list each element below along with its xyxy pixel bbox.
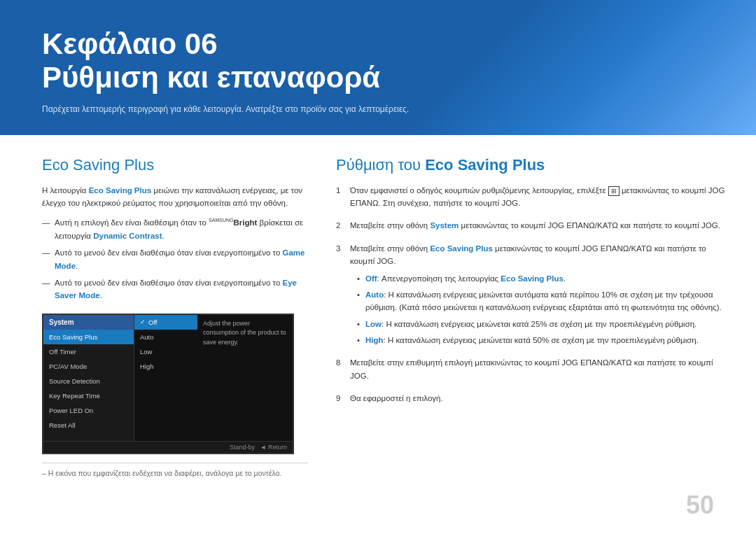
step-1: Όταν εμφανιστεί ο οδηγός κουμπιών ρυθμιζ… <box>336 184 728 210</box>
header-subtitle: Παρέχεται λεπτομερής περιγραφή για κάθε … <box>42 104 714 114</box>
standby-label: Stand-by <box>230 444 255 451</box>
monitor-bottom-bar: Stand-by ◄ Return <box>43 441 293 453</box>
bullet-1: Αυτή η επιλογή δεν είναι διαθέσιμη όταν … <box>42 216 308 242</box>
menu-right-description: Adjust the power consumption of the prod… <box>197 315 293 441</box>
menu-item-offtimer: Off Timer <box>43 344 134 359</box>
chapter-title-line2: Ρύθμιση και επαναφορά <box>42 60 714 95</box>
right-column: Ρύθμιση του Eco Saving Plus Όταν εμφανισ… <box>336 156 728 477</box>
sub-high: High: Η κατανάλωση ενέργειας μειώνεται κ… <box>357 334 728 346</box>
sub-off: Off: Απενεργοποίηση της λειτουργίας Eco … <box>357 272 728 285</box>
bullet-3: Αυτό το μενού δεν είναι διαθέσιμο όταν ε… <box>42 276 308 302</box>
menu-item-source: Source Detection <box>43 374 134 388</box>
left-column: Eco Saving Plus Η λειτουργία Eco Saving … <box>42 156 308 477</box>
menu-item-eco: Eco Saving Plus <box>43 330 134 344</box>
bullet-2: Αυτό το μενού δεν είναι διαθέσιμο όταν ε… <box>42 246 308 272</box>
return-label: ◄ Return <box>260 444 287 451</box>
sub-auto: Auto: Η κατανάλωση ενέργειας μειώνεται α… <box>357 288 728 314</box>
option-low: Low <box>134 344 197 359</box>
sub-bullets: Off: Απενεργοποίηση της λειτουργίας Eco … <box>350 272 728 347</box>
monitor-ui: System Eco Saving Plus Off Timer PC/AV M… <box>42 314 294 454</box>
menu-item-key: Key Repeat Time <box>43 388 134 403</box>
left-body-text: Η λειτουργία Eco Saving Plus μειώνει την… <box>42 184 308 210</box>
menu-center: Off Auto Low High <box>134 315 197 441</box>
steps-list: Όταν εμφανιστεί ο οδηγός κουμπιών ρυθμιζ… <box>336 184 728 405</box>
eco-saving-plus-ref: Eco Saving Plus <box>89 186 151 195</box>
sub-low: Low: Η κατανάλωση ενέργειας μειώνεται κα… <box>357 318 728 330</box>
menu-item-reset: Reset All <box>43 418 134 433</box>
monitor-ui-inner: System Eco Saving Plus Off Timer PC/AV M… <box>43 315 293 441</box>
main-content: Eco Saving Plus Η λειτουργία Eco Saving … <box>0 135 756 491</box>
menu-item-power: Power LED On <box>43 403 134 418</box>
menu-left: System Eco Saving Plus Off Timer PC/AV M… <box>43 315 134 441</box>
menu-header: System <box>43 315 134 330</box>
step-4: Μεταβείτε στην επιθυμητή επιλογή μετακιν… <box>336 356 728 382</box>
option-off: Off <box>134 315 197 330</box>
chapter-title-line1: Κεφάλαιο 06 <box>42 28 714 60</box>
page-number: 50 <box>686 491 714 520</box>
option-auto: Auto <box>134 330 197 344</box>
step-2: Μεταβείτε στην οθόνη System μετακινώντας… <box>336 219 728 232</box>
left-section-title: Eco Saving Plus <box>42 156 308 174</box>
step-3: Μεταβείτε στην οθόνη Eco Saving Plus μετ… <box>336 242 728 347</box>
option-high: High <box>134 359 197 374</box>
menu-item-pcav: PC/AV Mode <box>43 359 134 374</box>
right-section-title: Ρύθμιση του Eco Saving Plus <box>336 156 728 174</box>
image-note: – Η εικόνα που εμφανίζεται ενδέχεται να … <box>42 463 308 477</box>
step-5: Θα εφαρμοστεί η επιλογή. <box>336 392 728 405</box>
header-banner: Κεφάλαιο 06 Ρύθμιση και επαναφορά Παρέχε… <box>0 0 756 135</box>
